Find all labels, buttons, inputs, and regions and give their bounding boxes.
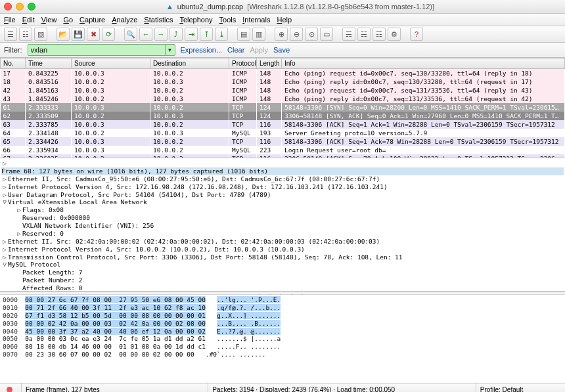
expand-icon[interactable]: ▷ (16, 206, 22, 214)
hex-row[interactable]: 0050 0a 00 00 03 0c ea e3 24 7c fe 05 1a… (3, 335, 562, 343)
zoom-window-icon[interactable] (28, 3, 35, 11)
open-icon[interactable]: 📂 (56, 28, 70, 41)
expand-icon[interactable]: ▷ (1, 253, 8, 261)
detail-eth1[interactable]: Ethernet II, Src: CadmusCo_95:50:e6 (08:… (8, 175, 380, 183)
detail-mysql[interactable]: MySQL Protocol (8, 261, 60, 268)
hex-row[interactable]: 0060 80 18 00 db 14 46 00 00 01 01 08 0a… (3, 343, 562, 351)
table-row[interactable]: 652.33442610.0.0.310.0.0.2TCP11658148→33… (1, 137, 565, 146)
status-right[interactable]: Profile: Default (480, 386, 524, 393)
table-row[interactable]: 622.33350910.0.0.210.0.0.3TCP1243306→581… (1, 112, 565, 120)
coloring-rules-icon[interactable]: ☶ (373, 28, 386, 41)
close-icon[interactable]: ✖ (87, 28, 100, 41)
hex-row[interactable]: 0030 00 00 02 42 0a 00 00 03 02 42 0a 00… (3, 320, 562, 328)
menu-file[interactable]: File (4, 16, 16, 24)
save-icon[interactable]: 💾 (72, 28, 85, 41)
goto-icon[interactable]: ⇥ (185, 28, 198, 41)
menu-statistics[interactable]: Statistics (144, 16, 173, 24)
collapse-icon[interactable]: ▽ (1, 261, 8, 269)
hex-row[interactable]: 0070 00 23 30 60 07 00 00 02 00 00 00 02… (3, 351, 562, 359)
hex-row[interactable]: 0000 08 00 27 6c 67 7f 08 00 27 95 50 e6… (3, 296, 562, 304)
menu-telephony[interactable]: Telephony (179, 16, 212, 24)
table-row[interactable]: 662.33593410.0.0.310.0.0.2MySQL223Login … (1, 146, 565, 154)
prefs-icon[interactable]: ⚙ (388, 28, 401, 41)
expand-icon[interactable]: ▷ (16, 230, 22, 238)
hex-row[interactable]: 0040 45 00 00 3f 37 a2 40 00 40 06 ef 12… (3, 328, 562, 336)
detail-frame[interactable]: Frame 68: 127 bytes on wire (1016 bits),… (1, 167, 564, 175)
filter-apply-button[interactable]: Apply (250, 46, 268, 54)
menu-edit[interactable]: Edit (22, 16, 35, 24)
minimize-window-icon[interactable] (16, 3, 24, 11)
table-row[interactable]: 431.84524610.0.0.210.0.0.3ICMP148Echo (p… (1, 95, 565, 103)
table-row[interactable]: 180.84351610.0.0.210.0.0.3ICMP148Echo (p… (1, 77, 565, 86)
menu-tools[interactable]: Tools (219, 16, 237, 24)
packet-details-pane[interactable]: ▷Frame 68: 127 bytes on wire (1016 bits)… (0, 158, 565, 292)
menu-internals[interactable]: Internals (242, 16, 270, 24)
expand-icon[interactable]: ▷ (1, 183, 8, 191)
expand-icon[interactable]: ▷ (1, 160, 8, 167)
detail-line[interactable]: Flags: 0x08 (22, 206, 64, 213)
hex-row[interactable]: 0010 00 71 2f 66 40 00 3f 11 2f e3 ac 10… (3, 304, 562, 312)
col-info[interactable]: Info (282, 58, 565, 69)
menu-go[interactable]: Go (63, 16, 73, 24)
expand-icon[interactable]: ▷ (1, 191, 8, 199)
filter-expression-button[interactable]: Expression... (181, 46, 223, 54)
col-source[interactable]: Source (72, 58, 150, 69)
table-row[interactable]: 642.33414810.0.0.210.0.0.3MySQL193Server… (1, 129, 565, 137)
filter-clear-button[interactable]: Clear (227, 46, 244, 54)
detail-line[interactable]: Reserved: 0 (22, 230, 64, 237)
hex-row[interactable]: 0020 67 f1 d3 58 12 b5 00 5d 00 00 08 00… (3, 312, 562, 320)
detail-line[interactable]: Affected Rows: 0 (22, 284, 83, 292)
detail-line[interactable]: Packet Number: 2 (22, 276, 83, 284)
zoom-out-icon[interactable]: ⊖ (290, 28, 303, 41)
menu-analyze[interactable]: Analyze (112, 16, 137, 24)
menu-capture[interactable]: Capture (79, 16, 105, 24)
menu-view[interactable]: View (41, 16, 57, 24)
table-row[interactable]: 421.84516310.0.0.310.0.0.2ICMP148Echo (p… (1, 86, 565, 95)
detail-line[interactable]: Reserved: 0x000000 (22, 214, 90, 221)
capture-filters-icon[interactable]: ☴ (342, 28, 355, 41)
resize-cols-icon[interactable]: ▭ (320, 28, 333, 41)
col-length[interactable]: Length (257, 58, 282, 69)
detail-line[interactable]: VXLAN Network Identifier (VNI): 256 (22, 222, 154, 229)
filter-save-button[interactable]: Save (273, 46, 290, 54)
find-icon[interactable]: 🔍 (124, 28, 137, 41)
options-icon[interactable]: ☷ (19, 28, 32, 41)
menu-help[interactable]: Help (277, 16, 292, 24)
table-row[interactable]: 170.84322510.0.0.310.0.0.2ICMP148Echo (p… (1, 69, 565, 78)
filter-dropdown-icon[interactable]: ▼ (165, 45, 175, 55)
detail-vxlan[interactable]: Virtual eXtensible Local Area Network (8, 198, 147, 206)
detail-eth2[interactable]: Ethernet II, Src: 02:42:0a:00:00:02 (02:… (8, 238, 380, 245)
packet-list-pane[interactable]: No.TimeSourceDestinationProtocolLengthIn… (0, 58, 565, 158)
detail-udp[interactable]: User Datagram Protocol, Src Port: 54104 … (8, 191, 271, 198)
back-icon[interactable]: ← (139, 28, 152, 41)
expand-icon[interactable]: ▷ (1, 175, 8, 183)
colorize-icon[interactable]: ▤ (237, 28, 250, 41)
help-icon[interactable]: ? (410, 28, 423, 41)
forward-icon[interactable]: → (154, 28, 168, 41)
expand-icon[interactable]: ▷ (1, 246, 8, 253)
detail-ip1[interactable]: Internet Protocol Version 4, Src: 172.16… (8, 183, 388, 190)
detail-line[interactable]: Packet Length: 7 (22, 269, 83, 276)
detail-ip2[interactable]: Internet Protocol Version 4, Src: 10.0.0… (8, 246, 305, 253)
col-time[interactable]: Time (26, 58, 72, 69)
packet-bytes-pane[interactable]: 0000 08 00 27 6c 67 7f 08 00 27 95 50 e6… (0, 295, 565, 383)
expert-info-icon[interactable] (7, 387, 12, 393)
table-row[interactable]: 612.33333310.0.0.310.0.0.2TCP12458148→33… (1, 103, 565, 112)
zoom-in-icon[interactable]: ⊕ (275, 28, 288, 41)
table-row[interactable]: 632.33378510.0.0.310.0.0.2TCP11658148→33… (1, 120, 565, 129)
display-filters-icon[interactable]: ☵ (357, 28, 371, 41)
zoom-reset-icon[interactable]: ⊙ (305, 28, 318, 41)
detail-tcp[interactable]: Transmission Control Protocol, Src Port:… (8, 253, 403, 261)
col-no[interactable]: No. (1, 58, 26, 69)
filter-input[interactable] (28, 45, 165, 54)
jump-icon[interactable]: ⤴ (170, 28, 183, 41)
col-protocol[interactable]: Protocol (229, 58, 257, 69)
autoscroll-icon[interactable]: ▥ (252, 28, 265, 41)
fin-icon[interactable]: ▧ (34, 28, 47, 41)
list-icon[interactable]: ☰ (4, 28, 17, 41)
close-window-icon[interactable] (4, 3, 12, 11)
first-icon[interactable]: ⤒ (200, 28, 213, 41)
expand-icon[interactable]: ▷ (1, 238, 8, 246)
last-icon[interactable]: ⤓ (215, 28, 228, 41)
collapse-icon[interactable]: ▽ (1, 198, 8, 206)
